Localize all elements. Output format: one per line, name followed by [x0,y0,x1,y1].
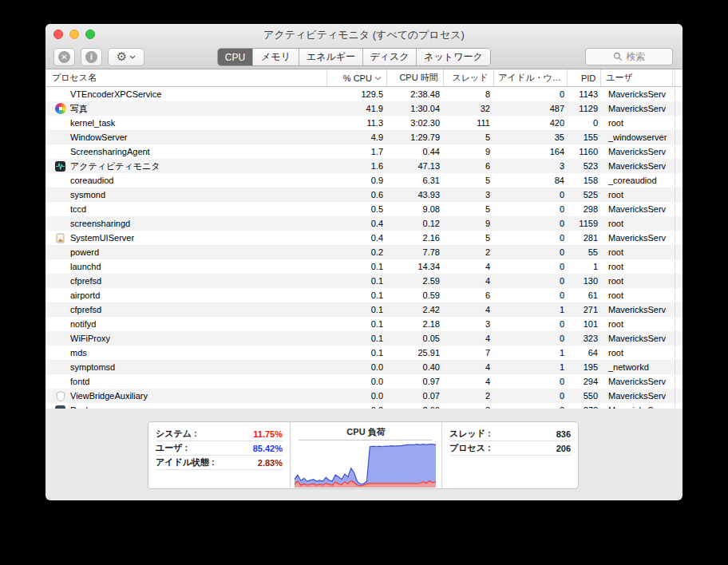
table-row[interactable]: tccd 0.5 9.08 5 0 298 MavericksServ [46,202,682,216]
process-name: launchd [70,262,101,271]
pid-cell: 1129 [569,104,603,113]
table-row[interactable]: SystemUIServer 0.4 2.16 5 0 281 Maverick… [46,231,682,245]
table-row[interactable]: sysmond 0.6 43.93 3 0 525 root [46,188,682,202]
tab-energy[interactable]: エネルギー [299,49,363,65]
tab-memory[interactable]: メモリ [253,49,299,65]
user-cell: _coreaudiod [603,176,675,185]
table-row[interactable]: coreaudiod 0.9 6.31 5 84 158 _coreaudiod [46,173,682,188]
process-name: symptomsd [70,362,115,372]
user-cell: MavericksServ [603,305,675,314]
idle-wakeups-cell: 0 [495,319,569,329]
column-header-cpu-time[interactable]: CPU 時間 [387,69,444,86]
threads-cell: 5 [445,176,495,185]
cpu-percent-cell: 0.4 [328,219,388,228]
cpu-time-cell: 9.08 [388,204,445,214]
stat-label: ユーザ : [156,442,188,454]
column-header-user[interactable]: ユーザ [601,69,673,86]
search-placeholder: 検索 [627,50,646,64]
column-header-idle-wakeups[interactable]: アイドル・ウ… [494,69,568,86]
close-window-button[interactable] [53,30,63,39]
column-header-process-name[interactable]: プロセス名 [46,69,327,86]
table-row[interactable]: 写真 41.9 1:30.04 32 487 1129 MavericksSer… [46,101,682,116]
column-label: ユーザ [606,72,633,84]
process-name-cell: ViewBridgeAuxiliary [46,390,328,402]
cpu-percent-cell: 0.2 [328,247,388,257]
table-row[interactable]: ScreensharingAgent 1.7 0.44 9 164 1160 M… [46,144,682,159]
threads-cell: 9 [445,219,495,228]
column-header-pid[interactable]: PID [568,69,601,86]
table-row[interactable]: WindowServer 4.9 1:29.79 5 35 155 _windo… [46,130,682,144]
inspect-process-button[interactable]: i [81,48,102,66]
process-name: アクティビティモニタ [70,160,160,172]
user-cell: root [603,262,675,271]
table-gutter-divider [675,69,675,409]
pid-cell: 61 [569,290,603,300]
table-row[interactable]: notifyd 0.1 2.18 3 0 101 root [46,317,682,331]
threads-cell: 4 [445,334,495,343]
cpu-time-cell: 0.40 [388,362,445,372]
table-row[interactable]: screensharingd 0.4 0.12 9 0 1159 root [46,216,682,231]
tab-network[interactable]: ネットワーク [417,49,490,65]
settings-menu-button[interactable]: ⚙ [108,48,144,66]
pid-cell: 271 [569,305,603,314]
table-row[interactable]: fontd 0.0 0.97 4 0 294 MavericksServ [46,374,682,389]
process-name-cell: symptomsd [46,362,328,373]
table-row[interactable]: powerd 0.2 7.78 2 0 55 root [46,245,682,259]
column-header-cpu[interactable]: % CPU [327,69,387,86]
table-row[interactable]: symptomsd 0.0 0.40 4 1 195 _networkd [46,360,682,374]
cpu-percent-cell: 0.0 [328,362,388,372]
cpu-percent-cell: 1.6 [328,161,388,171]
table-row[interactable]: WiFiProxy 0.1 0.05 4 0 323 MavericksServ [46,331,682,346]
user-cell: _windowserver [603,132,675,142]
minimize-window-button[interactable] [69,30,79,39]
table-row[interactable]: VTEncoderXPCService 129.5 2:38.48 8 0 11… [46,87,682,101]
process-name: 写真 [70,103,88,115]
window-chrome: アクティビティモニタ (すべてのプロセス) ✕ i ⚙ CPU メモリ エネルギ… [46,24,682,69]
table-row[interactable]: kernel_task 11.3 3:02.30 111 420 0 root [46,116,682,130]
search-input[interactable]: 検索 [585,48,673,65]
process-name-cell: アクティビティモニタ [46,160,328,172]
tab-disk[interactable]: ディスク [363,49,417,65]
table-row[interactable]: Dock 0.0 2.66 3 0 278 MavericksServ [46,403,682,409]
cpu-time-cell: 2.18 [388,319,445,329]
process-icon [54,318,66,330]
table-row[interactable]: airportd 0.1 0.59 6 0 61 root [46,288,682,302]
pid-cell: 278 [569,405,603,409]
process-table: VTEncoderXPCService 129.5 2:38.48 8 0 11… [46,87,682,409]
table-row[interactable]: アクティビティモニタ 1.6 47.13 6 3 523 MavericksSe… [46,159,682,173]
table-row[interactable]: mds 0.1 25.91 7 1 64 root [46,346,682,360]
pid-cell: 101 [569,319,603,329]
process-name: coreaudiod [70,176,113,185]
idle-wakeups-cell: 0 [495,405,569,409]
column-header-threads[interactable]: スレッド [444,69,494,86]
column-label: プロセス名 [52,72,97,84]
process-icon [54,117,66,129]
threads-cell: 111 [445,118,495,128]
stat-processes: プロセス : 206 [449,441,571,456]
threads-cell: 3 [445,319,495,329]
stat-user: ユーザ : 85.42% [156,441,283,456]
process-name: WindowServer [70,132,128,142]
cpu-percent-cell: 0.1 [328,305,388,314]
column-label: PID [581,73,595,83]
activity-monitor-window: アクティビティモニタ (すべてのプロセス) ✕ i ⚙ CPU メモリ エネルギ… [46,24,682,500]
table-row[interactable]: cfprefsd 0.1 2.59 4 0 130 root [46,274,682,288]
table-row[interactable]: launchd 0.1 14.34 4 0 1 root [46,259,682,274]
process-icon [54,132,66,144]
idle-wakeups-cell: 164 [495,147,569,156]
process-name: notifyd [70,319,96,329]
cpu-percent-cell: 129.5 [328,89,388,99]
table-row[interactable]: cfprefsd 0.1 2.42 4 1 271 MavericksServ [46,302,682,317]
process-name: airportd [70,290,100,300]
tab-cpu[interactable]: CPU [218,49,253,65]
idle-wakeups-cell: 0 [495,190,569,200]
process-name: kernel_task [70,118,115,128]
idle-wakeups-cell: 0 [495,391,569,401]
idle-wakeups-cell: 0 [495,247,569,257]
user-cell: MavericksServ [603,391,675,401]
table-row[interactable]: ViewBridgeAuxiliary 0.0 0.07 2 0 550 Mav… [46,389,682,403]
quit-process-button[interactable]: ✕ [53,48,75,66]
process-name-cell: powerd [46,247,328,259]
pid-cell: 195 [569,362,603,372]
idle-wakeups-cell: 0 [495,89,569,99]
